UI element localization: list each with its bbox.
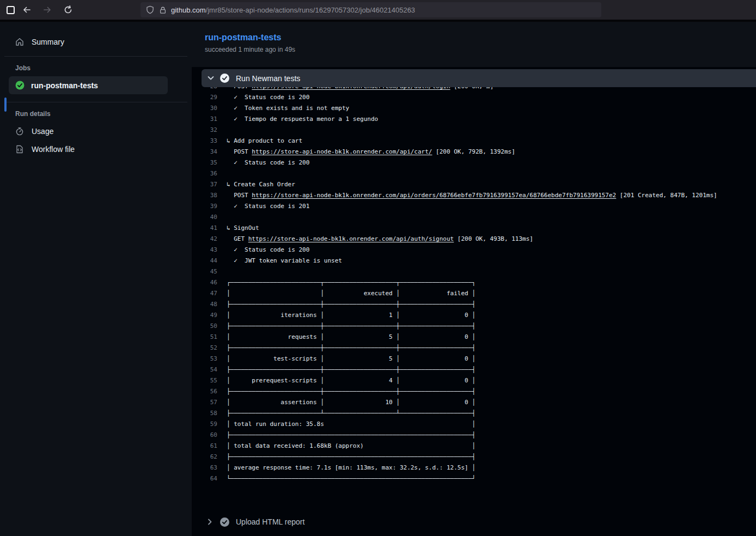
log-line-number[interactable]: 48 [192, 299, 217, 310]
log-line-number[interactable]: 50 [192, 321, 217, 332]
log-link[interactable]: https://store-api-node-bk1k.onrender.com… [248, 235, 454, 242]
log-link[interactable]: https://store-api-node-bk1k.onrender.com… [252, 148, 432, 155]
log-line-text: GET https://store-api-node-bk1k.onrender… [227, 234, 756, 245]
log-line-number[interactable]: 40 [192, 212, 217, 223]
log-line: 41↳ SignOut [192, 223, 756, 234]
log-line-number[interactable]: 36 [192, 168, 217, 179]
step-header-run-newman-tests[interactable]: Run Newman tests [202, 69, 756, 87]
tracking-shield-icon [146, 5, 154, 14]
log-line-number[interactable]: 59 [192, 419, 217, 430]
log-line-number[interactable]: 29 [192, 92, 217, 103]
log-line-text: ✓ Status code is 200 [227, 157, 756, 168]
log-line-number[interactable]: 37 [192, 179, 217, 190]
log-line-number[interactable]: 64 [192, 473, 217, 484]
log-line-number[interactable]: 34 [192, 147, 217, 157]
log-line-number[interactable]: 30 [192, 103, 217, 114]
step-title: Run Newman tests [236, 74, 300, 83]
log-line: 53│ test-scripts │ 5 │ 0 │ [192, 354, 756, 364]
browser-toolbar: github.com/jmr85/store-api-node/actions/… [0, 0, 756, 20]
log-line: 36 [192, 168, 756, 179]
sidebar-item-usage[interactable]: Usage [9, 122, 183, 140]
reload-button[interactable] [59, 2, 77, 17]
log-line-number[interactable]: 49 [192, 310, 217, 321]
log-line-text [227, 168, 756, 179]
forward-button[interactable] [39, 2, 56, 17]
step-header-post-setup-nodejs[interactable]: Post Setup Node.js [202, 533, 756, 536]
file-code-icon [15, 145, 24, 154]
log-line-text: ✓ Status code is 200 [227, 92, 756, 103]
log-line-text: ├─────────────────────────┼─────────────… [227, 386, 756, 397]
log-line: 34 POST https://store-api-node-bk1k.onre… [192, 147, 756, 157]
log-line: 46┌─────────────────────────┬───────────… [192, 277, 756, 288]
log-line-number[interactable]: 28 [192, 87, 217, 92]
log-line-number[interactable]: 32 [192, 125, 217, 136]
sidebar-item-job-run-postman-tests[interactable]: run-postman-tests [9, 76, 168, 94]
log-link[interactable]: https://store-api-node-bk1k.onrender.com… [252, 87, 450, 90]
log-line-number[interactable]: 52 [192, 343, 217, 354]
log-line-number[interactable]: 31 [192, 114, 217, 125]
log-line: 60├─────────────────────────────────────… [192, 430, 756, 441]
log-line-number[interactable]: 57 [192, 397, 217, 408]
log-line-number[interactable]: 46 [192, 277, 217, 288]
log-line-number[interactable]: 41 [192, 223, 217, 234]
log-line-number[interactable]: 51 [192, 332, 217, 343]
log-line-number[interactable]: 56 [192, 386, 217, 397]
stopwatch-icon [15, 127, 24, 136]
log-line-text: ↳ Add product to cart [227, 136, 756, 147]
log-line: 44 ✓ JWT token variable is unset [192, 255, 756, 266]
log-line-text [227, 125, 756, 136]
log-line: 33↳ Add product to cart [192, 136, 756, 147]
run-details-section-label: Run details [15, 110, 183, 118]
log-line-number[interactable]: 45 [192, 266, 217, 277]
log-line-number[interactable]: 42 [192, 234, 217, 245]
log-line-text: ✓ Tiempo de respuesta menor a 1 segundo [227, 114, 756, 125]
log-line: 62├─────────────────────────────────────… [192, 452, 756, 462]
log-link[interactable]: https://store-api-node-bk1k.onrender.com… [252, 192, 616, 199]
log-line-number[interactable]: 54 [192, 364, 217, 375]
log-line-number[interactable]: 53 [192, 354, 217, 364]
log-line-number[interactable]: 38 [192, 190, 217, 201]
log-line-text: ├─────────────────────────┼─────────────… [227, 364, 756, 375]
log-line-number[interactable]: 39 [192, 201, 217, 212]
log-line: 32 [192, 125, 756, 136]
log-line: 52├─────────────────────────┼───────────… [192, 343, 756, 354]
log-line-number[interactable]: 58 [192, 408, 217, 419]
main-content: run-postman-tests succeeded 1 minute ago… [192, 22, 756, 536]
log-line-number[interactable]: 44 [192, 255, 217, 266]
log-line-number[interactable]: 62 [192, 452, 217, 462]
page-title[interactable]: run-postman-tests [205, 33, 281, 42]
sidebar-item-summary[interactable]: Summary [9, 33, 183, 51]
log-line-number[interactable]: 55 [192, 375, 217, 386]
sidebar-item-workflow-file[interactable]: Workflow file [9, 140, 183, 158]
log-line: 37↳ Create Cash Order [192, 179, 756, 190]
log-line-number[interactable]: 43 [192, 245, 217, 255]
back-button[interactable] [18, 2, 35, 17]
sidebar-item-label: Usage [32, 127, 53, 136]
log-line-text: │ average response time: 7.1s [min: 113m… [227, 462, 756, 473]
log-line-text: │ requests │ 5 │ 0 │ [227, 332, 756, 343]
log-line-text: ├─────────────────────────┼─────────────… [227, 299, 756, 310]
log-line-text [227, 212, 756, 223]
log-line-number[interactable]: 33 [192, 136, 217, 147]
url-text: github.com/jmr85/store-api-node/actions/… [171, 6, 415, 14]
log-line: 64└─────────────────────────────────────… [192, 473, 756, 484]
log-line: 50├─────────────────────────┼───────────… [192, 321, 756, 332]
selected-job-accent [4, 98, 7, 112]
step-header-upload-html-report[interactable]: Upload HTML report [202, 511, 756, 533]
step-success-icon [220, 74, 229, 83]
log-line-text: ├───────────────────────────────────────… [227, 452, 756, 462]
log-line-text: │ total data received: 1.68kB (approx) │ [227, 441, 756, 452]
log-line-number[interactable]: 63 [192, 462, 217, 473]
log-line-number[interactable]: 35 [192, 157, 217, 168]
clipped-log-line: 28 POST https://store-api-node-bk1k.onre… [192, 87, 756, 92]
log-line: 29 ✓ Status code is 200 [192, 92, 756, 103]
log-line-text [227, 266, 756, 277]
lock-icon [159, 6, 167, 14]
log-line-number[interactable]: 60 [192, 430, 217, 441]
address-bar[interactable]: github.com/jmr85/store-api-node/actions/… [141, 2, 601, 17]
log-line: 54├─────────────────────────┼───────────… [192, 364, 756, 375]
tab-icon[interactable] [7, 6, 15, 14]
log-line: 56├─────────────────────────┼───────────… [192, 386, 756, 397]
log-line-number[interactable]: 47 [192, 288, 217, 299]
log-line-number[interactable]: 61 [192, 441, 217, 452]
